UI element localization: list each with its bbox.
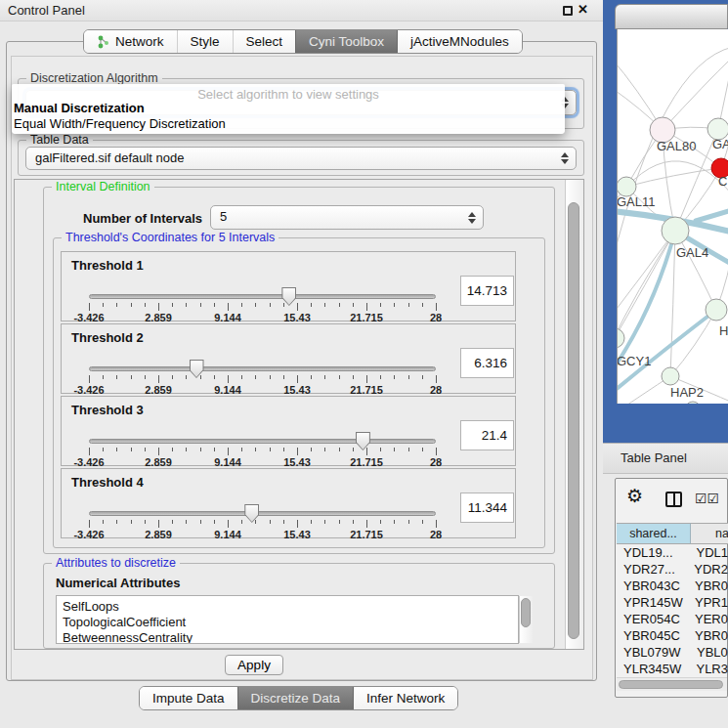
slider-track[interactable] [89, 294, 436, 299]
tab-label: Discretize Data [251, 691, 341, 706]
threshold-label: Threshold 4 [71, 475, 144, 490]
tick-label: 9.144 [214, 529, 241, 540]
close-icon[interactable]: ✕ [578, 2, 588, 17]
tab-label: Select [246, 34, 283, 49]
cell-name[interactable]: YDL1 [690, 545, 728, 562]
tab-infer-network[interactable]: Infer Network [353, 687, 457, 709]
cell-name[interactable]: YLR3 [690, 662, 728, 678]
network-node-hap2[interactable] [662, 367, 679, 385]
threshold-value-field[interactable]: 6.316 [460, 348, 514, 378]
cell-shared-name[interactable]: YBR043C [617, 578, 689, 595]
table-row[interactable]: YPR145WYPR1 [617, 595, 728, 612]
network-node-h[interactable] [706, 299, 727, 321]
combo-arrows-icon [468, 212, 475, 224]
table-row[interactable]: YLR345WYLR3 [617, 662, 728, 678]
table-row[interactable]: YBR045CYBR0 [617, 628, 728, 645]
cell-shared-name[interactable]: YDR27... [617, 562, 688, 578]
numerical-attributes-list[interactable]: SelfLoopsTopologicalCoefficientBetweenne… [56, 595, 519, 644]
cell-name[interactable]: YPR1 [689, 595, 728, 612]
network-node-gal4[interactable] [662, 217, 689, 244]
cell-name[interactable]: YBL0 [691, 645, 728, 662]
threshold-value-field[interactable]: 14.713 [460, 276, 514, 306]
slider-track[interactable] [89, 366, 436, 371]
control-panel-window: Control Panel ✕ NetworkStyleSelectCyni T… [0, 0, 603, 728]
network-node-gal11[interactable] [618, 177, 636, 196]
column-header-shared[interactable]: shared... [617, 523, 691, 544]
table-row[interactable]: YER054CYER0 [617, 612, 728, 628]
interval-definition-label: Interval Definition [52, 180, 154, 193]
tab-discretize-data[interactable]: Discretize Data [237, 687, 354, 709]
table-row[interactable]: YDR27...YDR2 [617, 562, 728, 578]
slider-ticks [89, 303, 436, 312]
main-scrollbar-thumb[interactable] [568, 202, 579, 639]
algorithm-dropdown-popup: Select algorithm to view settings Manual… [12, 84, 565, 134]
tab-jactivemnodules[interactable]: jActiveMNodules [397, 30, 522, 53]
table-row[interactable]: YDL19...YDL1 [617, 545, 728, 562]
cell-shared-name[interactable]: YBR045C [617, 628, 689, 645]
network-icon [97, 35, 110, 49]
menu-item-equal-width-frequency[interactable]: Equal Width/Frequency Discretization [14, 116, 226, 131]
tick-label: 28 [430, 312, 442, 323]
column-header-name[interactable]: na [691, 523, 728, 544]
gear-icon[interactable]: ⚙ [626, 487, 643, 506]
cell-shared-name[interactable]: YPR145W [617, 595, 689, 612]
node-label: H [719, 323, 728, 338]
cell-shared-name[interactable]: YDL19... [617, 545, 690, 562]
tick-label: 28 [430, 529, 442, 540]
attribute-item[interactable]: SelfLoops [57, 599, 518, 615]
network-node[interactable] [685, 402, 701, 404]
tick-label: -3.426 [73, 312, 104, 323]
tab-style[interactable]: Style [177, 30, 233, 53]
apply-button[interactable]: Apply [225, 655, 283, 675]
table-hscrollbar-thumb[interactable] [619, 680, 723, 689]
table-data-combo[interactable]: galFiltered.sif default node [25, 147, 577, 170]
threshold-value-field[interactable]: 11.344 [460, 492, 514, 523]
menu-item-manual-discretization[interactable]: Manual Discretization [14, 101, 145, 115]
slider-tick-labels: -3.4262.8599.14415.4321.71528 [89, 456, 436, 468]
table-data-selected-value: galFiltered.sif default node [35, 150, 184, 165]
slider-track[interactable] [89, 511, 436, 516]
discretization-algorithm-label: Discretization Algorithm [26, 71, 162, 85]
tab-network[interactable]: Network [84, 30, 177, 53]
table-row[interactable]: YBL079WYBL0 [617, 645, 728, 662]
tick-label: 28 [430, 384, 442, 396]
node-label: C [718, 174, 727, 189]
checkboxes-icon[interactable]: ☑☑ [695, 491, 719, 506]
table-panel-title: Table Panel [621, 450, 687, 465]
attribute-item[interactable]: BetweennessCentrality [57, 630, 518, 644]
cell-shared-name[interactable]: YBL079W [617, 645, 691, 662]
tick-label: 15.43 [283, 529, 311, 540]
cell-shared-name[interactable]: YLR345W [617, 662, 690, 678]
cell-name[interactable]: YER0 [689, 612, 728, 628]
attribute-item[interactable]: TopologicalCoefficient [57, 615, 518, 630]
tab-select[interactable]: Select [233, 30, 296, 53]
tick-label: 28 [430, 456, 442, 468]
cell-name[interactable]: YBR0 [689, 578, 728, 595]
cell-shared-name[interactable]: YER054C [617, 612, 689, 628]
float-window-icon[interactable] [563, 6, 573, 16]
cell-name[interactable]: YDR2 [688, 562, 728, 578]
network-node-gcy1[interactable] [618, 328, 624, 348]
split-columns-icon[interactable] [665, 492, 682, 507]
threshold-value-field[interactable]: 21.4 [460, 420, 514, 450]
num-intervals-combo[interactable]: 5 [210, 205, 484, 230]
table-row[interactable]: YBR043CYBR0 [617, 578, 728, 595]
numerical-attributes-label: Numerical Attributes [56, 576, 180, 590]
combo-arrows-icon [561, 152, 568, 164]
tick-label: 2.859 [145, 312, 172, 323]
tick-label: 9.144 [214, 456, 241, 468]
threshold-rows: Threshold 1-3.4262.8599.14415.4321.71528… [61, 251, 516, 540]
tab-impute-data[interactable]: Impute Data [140, 687, 237, 709]
tab-label: Style [191, 34, 220, 49]
network-canvas[interactable]: GAL80GACGAL11GAL4GCY1HHAP2 [617, 29, 728, 404]
threshold-label: Threshold 2 [71, 330, 144, 345]
tick-label: 9.144 [214, 384, 241, 396]
tick-label: 2.859 [145, 529, 172, 540]
cell-name[interactable]: YBR0 [689, 628, 728, 645]
threshold-label: Threshold 1 [71, 258, 144, 273]
slider-track[interactable] [89, 439, 436, 444]
table-hscrollbar-track[interactable] [617, 677, 727, 691]
tick-label: 21.715 [350, 456, 383, 468]
list-scrollbar-thumb[interactable] [521, 598, 531, 627]
tab-cyni-toolbox[interactable]: Cyni Toolbox [295, 30, 397, 53]
